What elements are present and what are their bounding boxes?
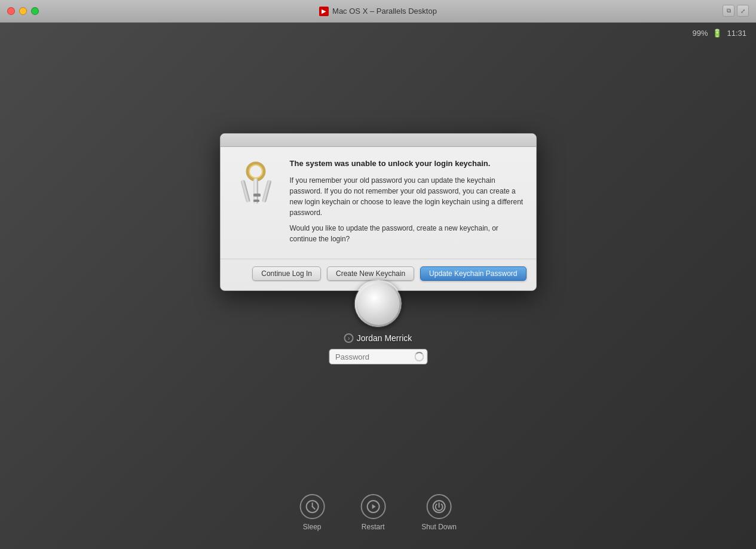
desktop: 99% 🔋 11:31: [0, 23, 756, 549]
username-label: › Jordan Merrick: [344, 333, 412, 343]
window-buttons[interactable]: [7, 7, 39, 15]
svg-point-18: [374, 316, 377, 319]
keychain-dialog: The system was unable to unlock your log…: [220, 133, 537, 291]
golf-ball-avatar: [355, 280, 402, 327]
svg-point-14: [389, 304, 392, 307]
window-title: ▶ Mac OS X – Parallels Desktop: [319, 7, 437, 16]
bottom-controls: Sleep Restart Shut Down: [299, 494, 457, 531]
svg-point-9: [378, 293, 381, 296]
clock: 11:31: [727, 29, 746, 38]
svg-rect-3: [253, 194, 261, 197]
sleep-label: Sleep: [303, 523, 322, 531]
svg-point-15: [370, 310, 373, 313]
svg-rect-5: [240, 179, 250, 203]
battery-icon: 🔋: [712, 29, 722, 38]
avatar: [354, 280, 402, 327]
svg-point-10: [385, 297, 388, 300]
dialog-heading: The system was unable to unlock your log…: [290, 159, 524, 169]
dialog-content: The system was unable to unlock your log…: [221, 147, 536, 259]
svg-point-0: [247, 163, 264, 180]
svg-point-12: [375, 300, 378, 303]
password-input[interactable]: [329, 349, 427, 364]
svg-point-8: [371, 296, 374, 299]
svg-rect-6: [262, 179, 272, 203]
login-section: › Jordan Merrick: [329, 280, 427, 364]
maximize-button[interactable]: [31, 7, 39, 15]
svg-rect-4: [253, 200, 259, 202]
dialog-body2: Would you like to update the password, c…: [290, 223, 524, 244]
svg-line-22: [312, 507, 314, 509]
shutdown-icon: [426, 494, 451, 519]
username-text: Jordan Merrick: [357, 333, 412, 343]
svg-point-17: [387, 311, 390, 314]
keychain-icon: [232, 159, 280, 219]
svg-point-19: [382, 317, 385, 320]
password-wrapper: [329, 349, 427, 364]
user-arrow-icon: ›: [344, 333, 354, 343]
dialog-divider: [221, 259, 536, 259]
svg-marker-24: [372, 504, 375, 509]
restart-icon: [360, 494, 385, 519]
create-keychain-button[interactable]: Create New Keychain: [327, 266, 414, 281]
battery-percent: 99%: [692, 29, 708, 38]
close-button[interactable]: [7, 7, 15, 15]
svg-point-7: [356, 281, 402, 327]
parallels-icon: ▶: [319, 7, 329, 16]
continue-login-button[interactable]: Continue Log In: [252, 266, 321, 281]
shutdown-label: Shut Down: [421, 523, 457, 531]
dialog-title-bar: [221, 134, 536, 147]
status-bar: 99% 🔋 11:31: [692, 29, 746, 38]
restart-button[interactable]: Restart: [360, 494, 385, 531]
svg-point-16: [378, 309, 381, 312]
minimize-button[interactable]: [19, 7, 27, 15]
sleep-button[interactable]: Sleep: [299, 494, 325, 531]
restart-label: Restart: [362, 523, 385, 531]
svg-point-1: [249, 165, 262, 178]
fullscreen-button[interactable]: ⤢: [737, 5, 749, 17]
title-bar: ▶ Mac OS X – Parallels Desktop ⧉ ⤢: [0, 0, 756, 23]
window-controls[interactable]: ⧉ ⤢: [723, 5, 749, 17]
dialog-body1: If you remember your old password you ca…: [290, 175, 524, 218]
update-password-button[interactable]: Update Keychain Password: [420, 266, 526, 281]
svg-point-11: [368, 303, 371, 306]
svg-point-13: [382, 302, 385, 305]
restore-button[interactable]: ⧉: [723, 5, 734, 17]
dialog-text-area: The system was unable to unlock your log…: [290, 159, 524, 249]
sleep-icon: [299, 494, 325, 519]
password-spinner-icon: [414, 352, 424, 361]
shutdown-button[interactable]: Shut Down: [421, 494, 457, 531]
